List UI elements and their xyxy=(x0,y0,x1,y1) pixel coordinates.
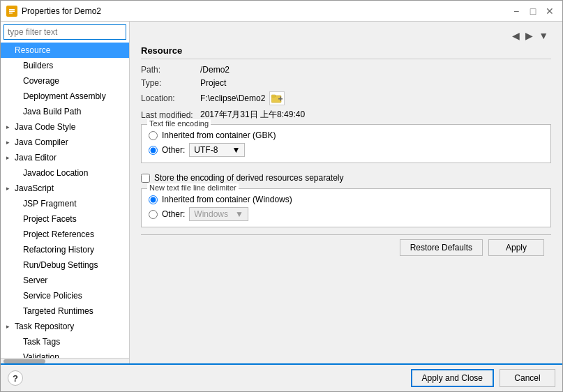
chevron-right-icon: ▸ xyxy=(6,136,15,149)
sidebar-item-service-policies[interactable]: Service Policies xyxy=(1,288,129,303)
sidebar-item-label: Project Facets xyxy=(23,213,77,225)
sidebar-item-label: Targeted Runtimes xyxy=(23,305,93,317)
apply-and-close-button[interactable]: Apply and Close xyxy=(411,369,494,387)
sidebar-item-label: Resource xyxy=(15,44,50,56)
dialog: Properties for Demo2 − □ ✕ Resource Buil… xyxy=(0,0,563,392)
help-button[interactable]: ? xyxy=(8,370,23,386)
delimiter-other-label[interactable]: Other: xyxy=(162,209,185,219)
encoding-inherited-label[interactable]: Inherited from container (GBK) xyxy=(162,130,276,140)
restore-apply-bar: Restore Defaults Apply xyxy=(141,234,551,260)
store-encoding-checkbox[interactable] xyxy=(141,174,150,183)
delimiter-radio-other: Other: Windows ▼ xyxy=(149,207,543,221)
titlebar-controls: − □ ✕ xyxy=(509,4,557,18)
svg-rect-3 xyxy=(9,13,13,14)
sidebar-item-label: Validation xyxy=(23,351,59,358)
dropdown-arrow-icon: ▼ xyxy=(235,209,243,219)
nav-forward-button[interactable]: ▶ xyxy=(523,29,536,43)
sidebar-item-javascript[interactable]: ▸ JavaScript xyxy=(1,181,129,196)
sidebar-item-label: Project References xyxy=(23,228,94,241)
delimiter-other-radio[interactable] xyxy=(149,210,158,219)
encoding-dropdown[interactable]: UTF-8 ▼ xyxy=(189,143,245,157)
sidebar-item-label: Task Tags xyxy=(23,336,60,348)
nav-back-button[interactable]: ◀ xyxy=(509,29,523,43)
cancel-button[interactable]: Cancel xyxy=(500,369,555,387)
sidebar-item-task-tags[interactable]: Task Tags xyxy=(1,334,129,349)
dialog-icon xyxy=(6,6,17,17)
footer: ? Apply and Close Cancel xyxy=(1,363,562,391)
titlebar: Properties for Demo2 − □ ✕ xyxy=(1,1,562,22)
line-delimiter-label: New text file line delimiter xyxy=(147,183,239,192)
apply-button[interactable]: Apply xyxy=(488,239,544,256)
close-button[interactable]: ✕ xyxy=(543,4,557,18)
encoding-value: UTF-8 xyxy=(194,145,218,155)
encoding-radio-other: Other: UTF-8 ▼ xyxy=(149,143,543,157)
horizontal-scrollbar[interactable] xyxy=(3,359,45,363)
location-label: Location: xyxy=(141,93,200,103)
text-file-encoding-label: Text file encoding xyxy=(147,119,211,128)
sidebar-item-validation[interactable]: Validation xyxy=(1,349,129,358)
encoding-other-radio[interactable] xyxy=(149,146,158,155)
browse-folder-button[interactable] xyxy=(269,91,285,105)
horizontal-scrollbar-area xyxy=(1,358,129,363)
sidebar-item-label: Java Build Path xyxy=(23,105,81,118)
last-modified-label: Last modified: xyxy=(141,110,200,120)
sidebar-item-refactoring-history[interactable]: Refactoring History xyxy=(1,242,129,257)
maximize-button[interactable]: □ xyxy=(526,4,540,18)
sidebar-item-project-facets[interactable]: Project Facets xyxy=(1,211,129,227)
svg-rect-7 xyxy=(280,97,282,101)
filter-input[interactable] xyxy=(3,24,126,40)
sidebar-item-coverage[interactable]: Coverage xyxy=(1,73,129,89)
tree-container: Resource Builders Coverage Deployment As… xyxy=(1,43,129,358)
sidebar-item-deployment-assembly[interactable]: Deployment Assembly xyxy=(1,89,129,104)
location-value: F:\eclipse\Demo2 xyxy=(200,91,285,105)
delimiter-inherited-label[interactable]: Inherited from container (Windows) xyxy=(162,195,292,204)
sidebar-item-java-build-path[interactable]: Java Build Path xyxy=(1,104,129,119)
main-content: Resource Builders Coverage Deployment As… xyxy=(1,22,562,363)
sidebar-item-label: Java Code Style xyxy=(15,121,75,133)
sidebar-item-jsp-fragment[interactable]: JSP Fragment xyxy=(1,196,129,211)
minimize-button[interactable]: − xyxy=(509,4,523,18)
sidebar-item-task-repository[interactable]: ▸ Task Repository xyxy=(1,319,129,334)
sidebar-item-label: Coverage xyxy=(23,75,59,87)
sidebar-item-java-editor[interactable]: ▸ Java Editor xyxy=(1,150,129,165)
delimiter-inherited-radio[interactable] xyxy=(149,195,158,204)
location-row: Location: F:\eclipse\Demo2 xyxy=(141,91,551,105)
text-file-encoding-group: Text file encoding Inherited from contai… xyxy=(141,124,551,163)
sidebar-item-resource[interactable]: Resource xyxy=(1,43,129,58)
svg-rect-1 xyxy=(9,9,15,10)
sidebar-item-label: Deployment Assembly xyxy=(23,90,106,103)
sidebar-item-label: JSP Fragment xyxy=(23,197,76,210)
restore-defaults-button[interactable]: Restore Defaults xyxy=(400,239,483,256)
sidebar-item-label: Javadoc Location xyxy=(23,167,88,179)
sidebar-item-label: Service Policies xyxy=(23,289,82,302)
type-value: Project xyxy=(200,78,226,88)
path-value: /Demo2 xyxy=(200,65,230,75)
encoding-radio-inherited: Inherited from container (GBK) xyxy=(149,130,543,140)
chevron-right-icon: ▸ xyxy=(6,182,15,195)
sidebar-item-server[interactable]: Server xyxy=(1,273,129,288)
sidebar-item-label: Builders xyxy=(23,59,53,72)
right-panel: ◀ ▶ ▼ Resource Path: /Demo2 Type: Projec… xyxy=(130,22,562,363)
footer-buttons: Apply and Close Cancel xyxy=(411,369,555,387)
svg-rect-5 xyxy=(271,95,276,97)
chevron-right-icon: ▸ xyxy=(6,320,15,333)
delimiter-dropdown[interactable]: Windows ▼ xyxy=(189,207,248,221)
nav-dropdown-button[interactable]: ▼ xyxy=(536,29,551,43)
section-title: Resource xyxy=(141,45,551,59)
sidebar-item-label: Refactoring History xyxy=(23,243,94,256)
sidebar-item-builders[interactable]: Builders xyxy=(1,58,129,73)
footer-left: ? xyxy=(8,370,23,386)
encoding-other-label[interactable]: Other: xyxy=(162,145,185,155)
sidebar-item-javadoc-location[interactable]: Javadoc Location xyxy=(1,165,129,181)
sidebar-item-label: JavaScript xyxy=(15,182,54,195)
sidebar-item-java-code-style[interactable]: ▸ Java Code Style xyxy=(1,119,129,135)
sidebar-item-java-compiler[interactable]: ▸ Java Compiler xyxy=(1,135,129,150)
encoding-inherited-radio[interactable] xyxy=(149,131,158,140)
svg-rect-2 xyxy=(9,10,15,12)
sidebar-item-targeted-runtimes[interactable]: Targeted Runtimes xyxy=(1,303,129,319)
sidebar-item-project-references[interactable]: Project References xyxy=(1,227,129,242)
sidebar-item-label: Server xyxy=(23,274,47,287)
store-encoding-label[interactable]: Store the encoding of derived resources … xyxy=(154,173,344,183)
delimiter-radio-inherited: Inherited from container (Windows) xyxy=(149,195,543,204)
sidebar-item-run-debug-settings[interactable]: Run/Debug Settings xyxy=(1,257,129,273)
